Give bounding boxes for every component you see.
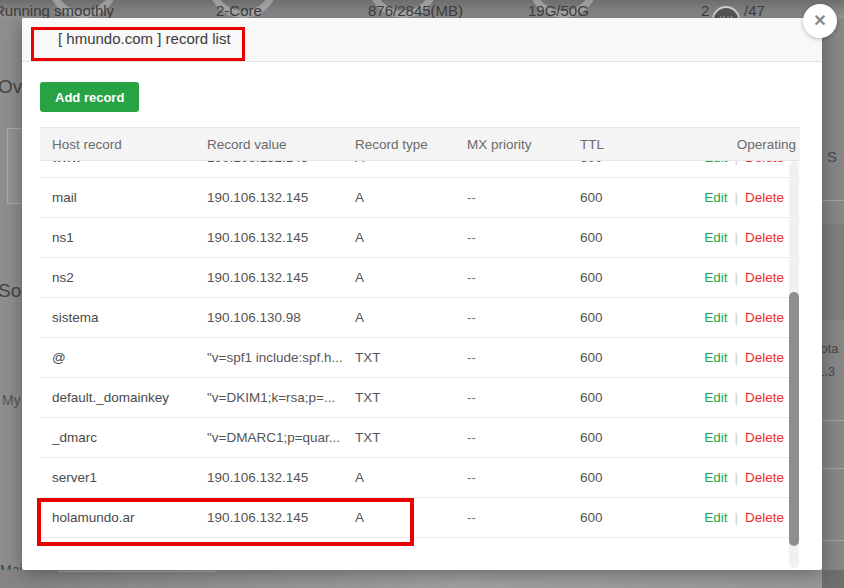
mx-priority-cell: --	[467, 510, 580, 525]
action-separator: |	[734, 190, 738, 205]
table-row: @"v=spf1 include:spf.h...TXT--600Edit|De…	[40, 338, 800, 378]
record-type-cell: A	[355, 270, 467, 285]
record-value-cell: 190.106.132.145	[207, 470, 355, 485]
operating-cell: Edit|Delete	[692, 161, 800, 165]
table-row: www190.106.132.145A--600Edit|Delete	[40, 161, 800, 178]
edit-link[interactable]: Edit	[704, 510, 727, 525]
action-separator: |	[734, 161, 738, 165]
delete-link[interactable]: Delete	[745, 190, 784, 205]
delete-link[interactable]: Delete	[745, 270, 784, 285]
column-header: MX priority	[467, 137, 580, 152]
column-header: Host record	[52, 137, 207, 152]
mx-priority-cell: --	[467, 161, 580, 165]
scrollbar-track[interactable]	[789, 161, 799, 568]
background-divider	[58, 571, 216, 572]
memory-text: 876/2845(MB)	[368, 2, 463, 18]
table-row: mail190.106.132.145A--600Edit|Delete	[40, 178, 800, 218]
delete-link[interactable]: Delete	[745, 161, 784, 165]
mx-priority-cell: --	[467, 190, 580, 205]
background-band	[822, 224, 844, 320]
delete-link[interactable]: Delete	[745, 310, 784, 325]
background-divider	[822, 420, 844, 421]
record-type-cell: TXT	[355, 390, 467, 405]
operating-cell: Edit|Delete	[692, 350, 800, 365]
background-bottom-block	[822, 570, 844, 588]
action-separator: |	[734, 470, 738, 485]
record-type-cell: A	[355, 230, 467, 245]
delete-link[interactable]: Delete	[745, 430, 784, 445]
background-divider	[822, 540, 844, 541]
host-record-cell: server1	[52, 470, 207, 485]
operating-cell: Edit|Delete	[692, 390, 800, 405]
record-list-modal: [ hmundo.com ] record list Add record Ho…	[22, 18, 822, 570]
mx-priority-cell: --	[467, 270, 580, 285]
record-value-cell: "v=DMARC1;p=quar...	[207, 430, 355, 445]
record-value-cell: 190.106.132.145	[207, 230, 355, 245]
record-type-cell: A	[355, 310, 467, 325]
table-scroll-viewport[interactable]: www190.106.132.145A--600Edit|Deletemail1…	[40, 161, 800, 543]
ttl-cell: 600	[580, 350, 692, 365]
table-row: server1190.106.132.145A--600Edit|Delete	[40, 458, 800, 498]
edit-link[interactable]: Edit	[704, 350, 727, 365]
host-record-cell: @	[52, 350, 207, 365]
table-header: Host recordRecord valueRecord typeMX pri…	[40, 127, 800, 161]
record-value-cell: "v=spf1 include:spf.h...	[207, 350, 355, 365]
add-record-button[interactable]: Add record	[40, 82, 139, 112]
ttl-cell: 600	[580, 270, 692, 285]
ttl-cell: 600	[580, 161, 692, 165]
host-record-cell: www	[52, 161, 207, 165]
close-icon[interactable]: ✕	[803, 4, 837, 38]
table-row: default._domainkey"v=DKIM1;k=rsa;p=...TX…	[40, 378, 800, 418]
record-value-cell: 190.106.132.145	[207, 190, 355, 205]
edit-link[interactable]: Edit	[704, 470, 727, 485]
edit-link[interactable]: Edit	[704, 430, 727, 445]
operating-cell: Edit|Delete	[692, 510, 800, 525]
delete-link[interactable]: Delete	[745, 230, 784, 245]
action-separator: |	[734, 510, 738, 525]
record-rows: www190.106.132.145A--600Edit|Deletemail1…	[40, 161, 800, 538]
table-row: sistema190.106.130.98A--600Edit|Delete	[40, 298, 800, 338]
edit-link[interactable]: Edit	[704, 161, 727, 165]
background-divider	[822, 468, 844, 469]
dns-records-table: Host recordRecord valueRecord typeMX pri…	[40, 127, 800, 543]
edit-link[interactable]: Edit	[704, 390, 727, 405]
host-record-cell: sistema	[52, 310, 207, 325]
ttl-cell: 600	[580, 470, 692, 485]
background-stats-strip: ∨∨ Running smoothly 2-Core 876/2845(MB) …	[0, 0, 844, 18]
mx-priority-cell: --	[467, 390, 580, 405]
table-row: holamundo.ar190.106.132.145A--600Edit|De…	[40, 498, 800, 538]
host-record-cell: default._domainkey	[52, 390, 207, 405]
record-type-cell: A	[355, 510, 467, 525]
record-value-cell: 190.106.130.98	[207, 310, 355, 325]
delete-link[interactable]: Delete	[745, 390, 784, 405]
background-bottom-strip	[0, 570, 844, 588]
table-row: ns2190.106.132.145A--600Edit|Delete	[40, 258, 800, 298]
mx-priority-cell: --	[467, 310, 580, 325]
ttl-cell: 600	[580, 230, 692, 245]
record-type-cell: TXT	[355, 430, 467, 445]
action-separator: |	[734, 350, 738, 365]
record-type-cell: A	[355, 190, 467, 205]
host-record-cell: ns1	[52, 230, 207, 245]
record-value-cell: 190.106.132.145	[207, 270, 355, 285]
edit-link[interactable]: Edit	[704, 230, 727, 245]
background-mysql-label: My	[2, 392, 21, 408]
edit-link[interactable]: Edit	[704, 310, 727, 325]
delete-link[interactable]: Delete	[745, 350, 784, 365]
delete-link[interactable]: Delete	[745, 470, 784, 485]
action-separator: |	[734, 390, 738, 405]
gauge-value-left: 2	[701, 2, 709, 18]
edit-link[interactable]: Edit	[704, 270, 727, 285]
scrollbar-thumb[interactable]	[789, 292, 799, 546]
modal-header: [ hmundo.com ] record list	[22, 18, 822, 62]
disk-text: 19G/50G	[528, 2, 589, 18]
host-record-cell: holamundo.ar	[52, 510, 207, 525]
column-header: TTL	[580, 137, 692, 152]
edit-link[interactable]: Edit	[704, 190, 727, 205]
ttl-cell: 600	[580, 430, 692, 445]
operating-cell: Edit|Delete	[692, 270, 800, 285]
action-separator: |	[734, 430, 738, 445]
cpu-text: 2-Core	[216, 2, 262, 18]
delete-link[interactable]: Delete	[745, 510, 784, 525]
gauge-badge-icon: ∨∨	[712, 6, 740, 18]
